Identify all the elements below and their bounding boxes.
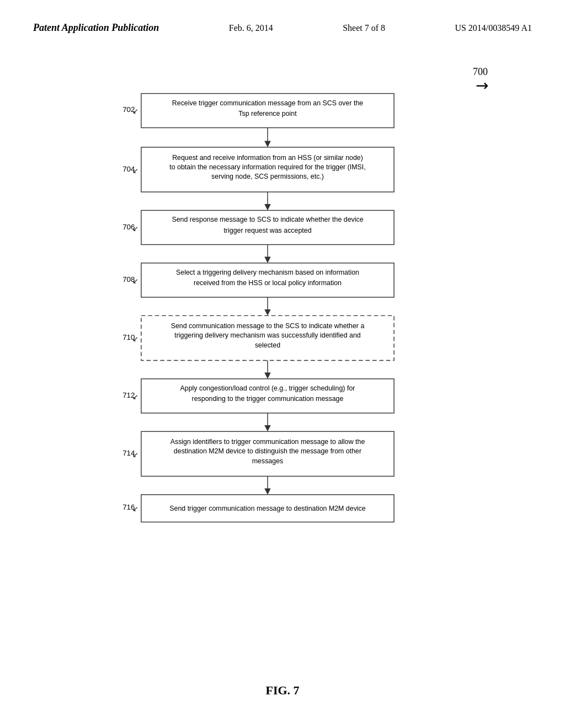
page: Patent Application Publication Feb. 6, 2…	[0, 0, 565, 728]
svg-marker-36	[264, 372, 270, 378]
svg-marker-28	[264, 309, 270, 315]
svg-text:Receive trigger communication : Receive trigger communication message fr…	[172, 99, 364, 107]
svg-text:responding to the trigger comm: responding to the trigger communication …	[192, 395, 344, 403]
publication-number: US 2014/0038549 A1	[455, 23, 532, 33]
header: Patent Application Publication Feb. 6, 2…	[0, 0, 565, 45]
svg-text:↙: ↙	[132, 451, 138, 459]
svg-text:serving node, SCS permissions,: serving node, SCS permissions, etc.)	[211, 173, 324, 180]
svg-marker-43	[264, 425, 270, 431]
svg-text:↙: ↙	[132, 167, 138, 175]
svg-text:received from the HSS or local: received from the HSS or local policy in…	[194, 279, 342, 287]
svg-text:Apply congestion/load control : Apply congestion/load control (e.g., tri…	[180, 384, 355, 392]
svg-text:Send trigger communication mes: Send trigger communication message to de…	[169, 505, 365, 512]
publication-date: Feb. 6, 2014	[229, 23, 273, 33]
svg-text:↙: ↙	[132, 277, 138, 285]
publication-title: Patent Application Publication	[33, 22, 159, 34]
sheet-info: Sheet 7 of 8	[343, 23, 385, 33]
svg-text:selected: selected	[255, 341, 280, 349]
svg-text:to obtain the necessary inform: to obtain the necessary information requ…	[169, 163, 365, 171]
svg-text:Request and receive informatio: Request and receive information from an …	[172, 154, 363, 162]
svg-text:Tsp reference point: Tsp reference point	[238, 110, 297, 117]
figure-label: FIG. 7	[265, 683, 299, 698]
diagram-area: 700 ↙ Receive trigger communication mess…	[33, 66, 532, 662]
svg-marker-6	[264, 141, 270, 147]
flowchart-svg: Receive trigger communication message fr…	[33, 88, 502, 667]
svg-text:Assign identifiers to trigger : Assign identifiers to trigger communicat…	[170, 438, 365, 446]
svg-text:triggering delivery mechanism : triggering delivery mechanism was succes…	[174, 331, 361, 339]
svg-text:↙: ↙	[132, 393, 138, 401]
svg-text:trigger request was accepted: trigger request was accepted	[223, 227, 311, 234]
svg-text:messages: messages	[252, 457, 283, 465]
svg-text:↙: ↙	[132, 107, 138, 115]
svg-marker-21	[264, 256, 270, 263]
svg-marker-51	[264, 488, 270, 494]
svg-text:↙: ↙	[132, 224, 138, 233]
svg-text:Select a triggering delivery m: Select a triggering delivery mechanism b…	[176, 269, 359, 276]
svg-text:↙: ↙	[132, 505, 138, 513]
svg-marker-14	[264, 204, 270, 210]
svg-text:destination M2M device to dist: destination M2M device to distinguish th…	[174, 447, 361, 455]
svg-text:↙: ↙	[132, 335, 138, 343]
svg-text:Send communication message to : Send communication message to the SCS to…	[171, 322, 365, 330]
svg-text:Send response message to SCS t: Send response message to SCS to indicate…	[172, 216, 363, 223]
